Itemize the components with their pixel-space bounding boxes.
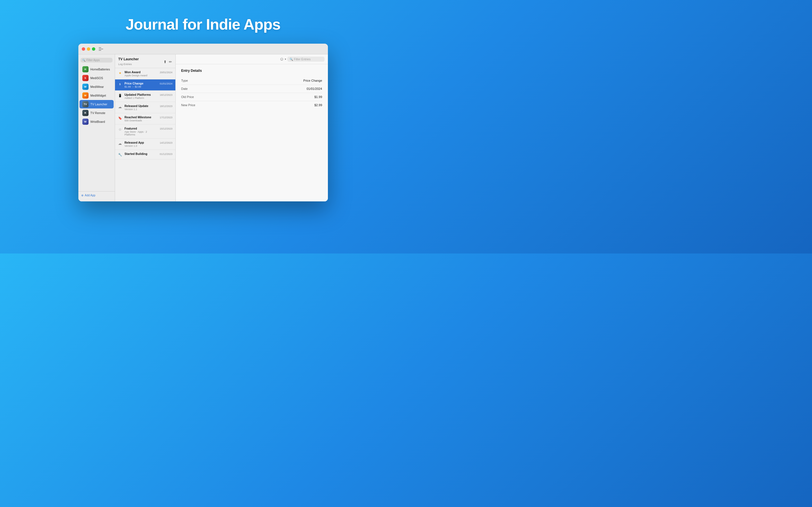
add-app-label: Add App	[85, 194, 96, 197]
entry-details-title: Entry Details	[181, 69, 322, 73]
entry-type-icon: ☆	[118, 127, 122, 131]
filter-sort-button[interactable]: ☺ ▾	[280, 57, 286, 62]
detail-header: ☺ ▾ 🔍	[175, 54, 328, 64]
entry-date: 18/12/2023	[160, 94, 172, 96]
entry-type-label: Featured	[124, 127, 158, 130]
entry-type-icon: ☁	[118, 105, 122, 109]
search-icon: 🔍	[82, 59, 86, 62]
main-content: 🔍 HHomeBatteriesSMediSOSWMediWearMMediWi…	[79, 54, 328, 202]
filter-entries-input[interactable]	[294, 57, 322, 61]
detail-row-label: New Price	[181, 103, 195, 107]
log-entry[interactable]: 🔖Reached Milestone500 Downloads17/12/202…	[115, 113, 175, 124]
app-window: 🔍 HHomeBatteriesSMediSOSWMediWearMMediWi…	[79, 44, 328, 202]
entry-body: Updated PlatformsAdded 1 Platform	[124, 93, 158, 100]
sidebar-item-tvremote[interactable]: RTV Remote	[80, 109, 114, 117]
medisos-icon: S	[82, 75, 89, 81]
tvremote-icon: R	[82, 110, 89, 116]
entry-body: Reached Milestone500 Downloads	[124, 115, 158, 122]
sidebar-app-name: HomeBatteries	[91, 68, 110, 71]
sidebar-item-mediwear[interactable]: WMediWear	[80, 82, 114, 91]
entry-type-label: Updated Platforms	[124, 93, 158, 96]
entry-type-icon: ★	[118, 71, 122, 75]
detail-row-value: $2.99	[314, 103, 322, 107]
sidebar-toggle-button[interactable]	[99, 47, 103, 51]
detail-row-value: Price Change	[303, 79, 322, 82]
sidebar-apps-list: HHomeBatteriesSMediSOSWMediWearMMediWidg…	[79, 65, 115, 191]
filter-search-icon: 🔍	[290, 58, 293, 61]
entry-type-icon: 📱	[118, 93, 122, 98]
maximize-button[interactable]	[92, 47, 95, 51]
detail-row: New Price$2.99	[181, 101, 322, 109]
entry-subtitle: Version 1.1	[124, 108, 158, 111]
log-app-name: TV Launcher	[118, 57, 139, 61]
sidebar-item-wristboard[interactable]: WWristBoard	[80, 117, 114, 126]
entry-date: 15/12/2023	[160, 127, 172, 130]
entry-type-label: Reached Milestone	[124, 115, 158, 119]
detail-body: Entry Details TypePrice ChangeDate01/01/…	[175, 64, 328, 202]
log-entry[interactable]: $Price Change$1.99 → $2.9901/01/2024	[115, 79, 175, 91]
add-icon: ⊕	[81, 194, 84, 197]
log-header: TV Launcher Log Entries ⬆ ✏	[115, 54, 175, 68]
detail-row-label: Date	[181, 87, 188, 91]
entry-subtitle: App Store · Apps · 2 Platforms	[124, 130, 158, 136]
compose-button[interactable]: ✏	[169, 60, 172, 64]
log-header-actions: ⬆ ✏	[163, 60, 172, 64]
chevron-down-icon: ▾	[285, 58, 286, 61]
sidebar-search[interactable]: 🔍	[81, 58, 112, 62]
entry-date: 20/01/2024	[160, 71, 172, 74]
log-subtitle: Log Entries	[118, 62, 132, 66]
log-entry[interactable]: 🔧Started Building01/12/2023	[115, 150, 175, 159]
entry-subtitle: 500 Downloads	[124, 119, 158, 122]
sidebar-item-medisos[interactable]: SMediSOS	[80, 74, 114, 82]
entry-type-label: Started Building	[124, 152, 158, 156]
log-column: TV Launcher Log Entries ⬆ ✏ ★Won AwardAp…	[115, 54, 175, 202]
detail-row-value: $1.99	[314, 95, 322, 99]
entry-body: FeaturedApp Store · Apps · 2 Platforms	[124, 127, 158, 136]
entry-body: Released UpdateVersion 1.1	[124, 104, 158, 111]
sidebar-item-tvlauncher[interactable]: TVTV Launcher	[80, 100, 114, 108]
entry-type-label: Released App	[124, 141, 158, 144]
tvlauncher-icon: TV	[82, 101, 89, 107]
entry-subtitle: Version 1.0	[124, 145, 158, 147]
entry-date: 14/12/2023	[160, 142, 172, 144]
log-entry[interactable]: ☆FeaturedApp Store · Apps · 2 Platforms1…	[115, 124, 175, 138]
detail-row-label: Old Price	[181, 95, 194, 99]
entry-type-icon: 🔧	[118, 152, 122, 157]
sidebar-app-name: MediSOS	[91, 76, 103, 80]
close-button[interactable]	[82, 47, 85, 51]
entry-type-icon: ☁	[118, 141, 122, 146]
sidebar-app-name: WristBoard	[91, 120, 105, 123]
entry-body: Won AwardApple Design Award	[124, 70, 158, 77]
entry-body: Released AppVersion 1.0	[124, 141, 158, 147]
smiley-icon: ☺	[280, 57, 284, 62]
detail-row: Date01/01/2024	[181, 85, 322, 93]
entry-body: Price Change$1.99 → $2.99	[124, 82, 158, 88]
sidebar-app-name: TV Remote	[91, 111, 105, 115]
sidebar-app-name: MediWidget	[91, 94, 106, 97]
detail-row: Old Price$1.99	[181, 93, 322, 101]
log-entry[interactable]: 📱Updated PlatformsAdded 1 Platform18/12/…	[115, 91, 175, 102]
log-entry[interactable]: ☁Released UpdateVersion 1.118/12/2023	[115, 102, 175, 113]
detail-filter: ☺ ▾ 🔍	[280, 57, 324, 62]
log-entry[interactable]: ★Won AwardApple Design Award20/01/2024	[115, 68, 175, 79]
log-entry[interactable]: ☁Released AppVersion 1.014/12/2023	[115, 138, 175, 150]
sidebar-item-mediwidget[interactable]: MMediWidget	[80, 91, 114, 100]
sidebar-item-homebatteries[interactable]: HHomeBatteries	[80, 65, 114, 73]
sidebar-search-input[interactable]	[87, 59, 111, 62]
filter-search[interactable]: 🔍	[287, 57, 324, 62]
entry-type-label: Price Change	[124, 82, 158, 85]
minimize-button[interactable]	[87, 47, 90, 51]
entry-type-label: Won Award	[124, 70, 158, 74]
entry-date: 17/12/2023	[160, 116, 172, 119]
detail-column: ☺ ▾ 🔍 Entry Details TypePrice ChangeDate…	[175, 54, 328, 202]
mediwidget-icon: M	[82, 93, 89, 99]
sidebar: 🔍 HHomeBatteriesSMediSOSWMediWearMMediWi…	[79, 54, 115, 202]
export-button[interactable]: ⬆	[163, 60, 167, 64]
entry-subtitle: Apple Design Award	[124, 74, 158, 77]
add-app-button[interactable]: ⊕ Add App	[81, 194, 112, 197]
log-entries-list: ★Won AwardApple Design Award20/01/2024$P…	[115, 68, 175, 202]
entry-subtitle: Added 1 Platform	[124, 97, 158, 100]
detail-rows: TypePrice ChangeDate01/01/2024Old Price$…	[181, 76, 322, 109]
mediwear-icon: W	[82, 83, 89, 90]
entry-type-icon: $	[118, 82, 122, 87]
